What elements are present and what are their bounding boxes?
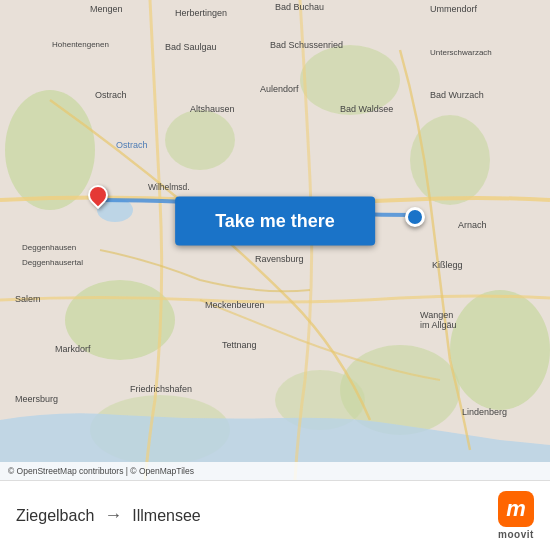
svg-text:Wangen: Wangen <box>420 310 453 320</box>
svg-text:Altshausen: Altshausen <box>190 104 235 114</box>
svg-text:Deggenhausertal: Deggenhausertal <box>22 258 83 267</box>
take-me-there-button[interactable]: Take me there <box>175 196 375 245</box>
svg-text:Meersburg: Meersburg <box>15 394 58 404</box>
svg-text:Bad Saulgau: Bad Saulgau <box>165 42 217 52</box>
svg-text:© OpenStreetMap contributors |: © OpenStreetMap contributors | © OpenMap… <box>8 466 194 476</box>
svg-text:Herbertingen: Herbertingen <box>175 8 227 18</box>
svg-point-6 <box>450 290 550 410</box>
svg-text:Mengen: Mengen <box>90 4 123 14</box>
svg-text:Deggenhausen: Deggenhausen <box>22 243 76 252</box>
svg-text:Salem: Salem <box>15 294 41 304</box>
svg-text:Bad Schussenried: Bad Schussenried <box>270 40 343 50</box>
svg-text:Aulendorf: Aulendorf <box>260 84 299 94</box>
svg-text:Ravensburg: Ravensburg <box>255 254 304 264</box>
svg-text:Arnach: Arnach <box>458 220 487 230</box>
svg-text:Tettnang: Tettnang <box>222 340 257 350</box>
svg-text:Bad Waldsee: Bad Waldsee <box>340 104 393 114</box>
footer-arrow-icon: → <box>104 505 122 526</box>
svg-text:Kißlegg: Kißlegg <box>432 260 463 270</box>
svg-text:Ostrach: Ostrach <box>116 140 148 150</box>
svg-text:Bad Wurzach: Bad Wurzach <box>430 90 484 100</box>
footer-route: Ziegelbach → Illmensee <box>16 505 201 526</box>
svg-text:im Allgäu: im Allgäu <box>420 320 457 330</box>
footer-from-label: Ziegelbach <box>16 507 94 525</box>
svg-point-5 <box>410 115 490 205</box>
svg-text:Unterschwarzach: Unterschwarzach <box>430 48 492 57</box>
moovit-icon: m <box>498 491 534 527</box>
svg-text:Wilhelmsd.: Wilhelmsd. <box>148 182 190 192</box>
moovit-m-letter: m <box>506 498 526 520</box>
footer: Ziegelbach → Illmensee m moovit <box>0 480 550 550</box>
svg-text:Bad Buchau: Bad Buchau <box>275 2 324 12</box>
svg-text:Friedrichshafen: Friedrichshafen <box>130 384 192 394</box>
pin-to <box>405 207 425 227</box>
pin-from <box>88 185 108 205</box>
svg-text:Ummendorf: Ummendorf <box>430 4 478 14</box>
svg-text:Markdorf: Markdorf <box>55 344 91 354</box>
svg-text:Meckenbeuren: Meckenbeuren <box>205 300 265 310</box>
svg-text:Ostrach: Ostrach <box>95 90 127 100</box>
moovit-logo: m moovit <box>498 491 534 540</box>
svg-text:Hohentengenen: Hohentengenen <box>52 40 109 49</box>
footer-to-label: Illmensee <box>132 507 200 525</box>
svg-point-3 <box>165 110 235 170</box>
moovit-brand-text: moovit <box>498 529 534 540</box>
svg-text:Lindenberg: Lindenberg <box>462 407 507 417</box>
svg-point-1 <box>5 90 95 210</box>
map-container: Mengen Herbertingen Bad Buchau Ummendorf… <box>0 0 550 480</box>
